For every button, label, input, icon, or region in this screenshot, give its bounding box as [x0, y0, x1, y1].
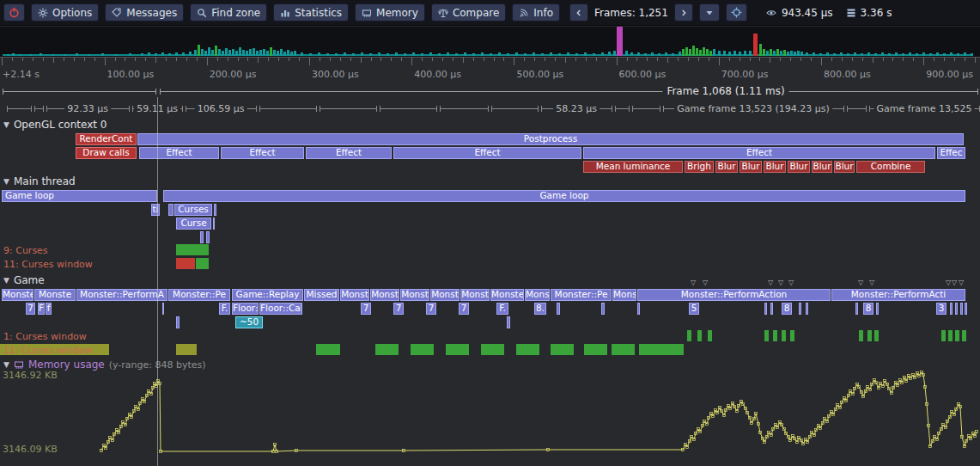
zone-bar[interactable]	[960, 303, 963, 315]
frame-select-button[interactable]	[699, 3, 720, 21]
frame-histogram-bar[interactable]	[175, 52, 178, 56]
frame-histogram-bar[interactable]	[617, 27, 623, 56]
frame-histogram-bar[interactable]	[88, 54, 90, 56]
frame-histogram-bar[interactable]	[204, 51, 207, 56]
frame-histogram-bar[interactable]	[861, 53, 863, 56]
lock-bar[interactable]	[764, 330, 769, 341]
frame-histogram-bar[interactable]	[819, 53, 822, 56]
subframe-label[interactable]: Game frame 13,525	[874, 103, 975, 114]
lock-bar[interactable]	[196, 258, 209, 269]
frame-histogram-bar[interactable]	[854, 52, 856, 56]
zone-bar[interactable]	[799, 303, 801, 315]
frame-histogram-bar[interactable]	[665, 52, 667, 56]
zone-bar[interactable]: 7	[459, 303, 469, 315]
zone-bar[interactable]: Blur	[788, 161, 810, 173]
zone-bar[interactable]: Missed	[304, 289, 339, 301]
zone-bar[interactable]	[876, 303, 879, 315]
zone-bar[interactable]: Effect	[306, 147, 392, 159]
lock-bar[interactable]	[941, 330, 946, 341]
zone-bar[interactable]	[200, 231, 204, 243]
frame-histogram-bar[interactable]	[950, 52, 953, 56]
zone-bar[interactable]: Draw calls	[76, 147, 137, 159]
frame-histogram-bar[interactable]	[744, 51, 746, 56]
zone-bar[interactable]: Monster::PerformAction	[637, 289, 831, 301]
message-marker-icon[interactable]: ▽	[858, 279, 863, 286]
frame-histogram-bar[interactable]	[679, 52, 681, 56]
frame-histogram-bar[interactable]	[776, 49, 779, 56]
frame-histogram-bar[interactable]	[780, 51, 782, 56]
zone-bar[interactable]: Effect	[393, 147, 581, 159]
frame-histogram-bar[interactable]	[404, 53, 406, 56]
frame-histogram-bar[interactable]	[256, 51, 259, 56]
message-marker-icon[interactable]: ▽	[691, 279, 696, 286]
frame-histogram-bar[interactable]	[685, 47, 688, 56]
frame-histogram-bar[interactable]	[155, 53, 157, 56]
frame-histogram-bar[interactable]	[294, 51, 296, 56]
frame-histogram-bar[interactable]	[718, 51, 721, 56]
frame-histogram-bar[interactable]	[625, 51, 628, 56]
frame-histogram-bar[interactable]	[723, 51, 726, 56]
frame-histogram-bar[interactable]	[608, 52, 611, 56]
frame-histogram-bar[interactable]	[287, 50, 289, 56]
frame-histogram-bar[interactable]	[575, 53, 578, 56]
zone-bar[interactable]	[162, 303, 164, 315]
zone-bar[interactable]: 7	[361, 303, 371, 315]
frame-histogram-bar[interactable]	[957, 53, 959, 56]
frame-histogram-bar[interactable]	[273, 50, 276, 56]
frame-histogram-bar[interactable]	[447, 52, 449, 56]
frame-histogram-bar[interactable]	[378, 52, 380, 56]
frame-histogram-bar[interactable]	[318, 52, 320, 56]
frame-histogram-bar[interactable]	[182, 52, 185, 56]
frame-histogram-bar[interactable]	[613, 51, 616, 56]
frame-histogram-bar[interactable]	[253, 48, 255, 56]
frame-histogram-bar[interactable]	[658, 53, 660, 56]
frame-histogram-bar[interactable]	[141, 53, 143, 56]
lock-bar[interactable]	[375, 344, 399, 355]
subframe-label[interactable]: 58.23 μs	[553, 103, 600, 114]
zone-bar[interactable]: 7	[426, 303, 436, 315]
lock-bar[interactable]	[516, 344, 539, 355]
lock-bar[interactable]	[782, 330, 786, 341]
lock-bar[interactable]	[687, 330, 691, 341]
frame-histogram-bar[interactable]	[766, 51, 769, 56]
zone-bar[interactable]: 7	[393, 303, 404, 315]
frame-histogram-bar[interactable]	[749, 51, 752, 56]
frame-histogram-bar[interactable]	[783, 50, 786, 56]
lock-bar[interactable]	[411, 344, 434, 355]
frame-histogram-bar[interactable]	[52, 54, 54, 56]
frame-histogram-bar[interactable]	[19, 54, 21, 56]
lock-bar[interactable]	[874, 330, 879, 341]
prev-frame-button[interactable]	[569, 3, 588, 21]
lock-label[interactable]: 11: Curses window	[3, 345, 93, 356]
thread-header[interactable]: ▼OpenGL context 0	[3, 119, 107, 131]
message-marker-icon[interactable]: ▽	[703, 279, 708, 286]
frame-histogram-bar[interactable]	[242, 50, 245, 56]
frame-histogram-bar[interactable]	[277, 51, 279, 56]
frame-histogram-bar[interactable]	[895, 52, 898, 56]
frame-histogram-bar[interactable]	[40, 53, 42, 56]
thread-header[interactable]: ▼Game	[3, 274, 45, 286]
frame-histogram-bar[interactable]	[101, 53, 104, 56]
zone-bar[interactable]	[950, 303, 953, 315]
zone-bar[interactable]: ~50	[235, 316, 263, 328]
zone-bar[interactable]: Monst	[340, 289, 369, 301]
frame-histogram-bar[interactable]	[943, 53, 946, 56]
frame-histogram-bar[interactable]	[208, 47, 210, 56]
frame-histogram-bar[interactable]	[826, 52, 829, 56]
zone-bar[interactable]: Monst	[460, 289, 490, 301]
frame-histogram-bar[interactable]	[498, 52, 501, 56]
frame-histogram-bar[interactable]	[215, 46, 217, 56]
frame-histogram-bar[interactable]	[874, 53, 877, 56]
zone-bar[interactable]: Monste	[490, 289, 524, 301]
frame-histogram-bar[interactable]	[800, 52, 803, 56]
zone-bar[interactable]: Mons	[612, 289, 636, 301]
subframe-label[interactable]: 92.33 μs	[64, 103, 111, 114]
frame-histogram-bar[interactable]	[259, 50, 262, 56]
frame-histogram-bar[interactable]	[507, 53, 509, 56]
frame-histogram-bar[interactable]	[395, 52, 398, 56]
frame-histogram-bar[interactable]	[929, 53, 932, 56]
lock-bar[interactable]	[446, 344, 469, 355]
frame-histogram-bar[interactable]	[412, 52, 415, 56]
compare-button[interactable]: Compare	[431, 3, 506, 21]
frame-label[interactable]: Frame 1,068 (1.11 ms)	[662, 85, 788, 97]
